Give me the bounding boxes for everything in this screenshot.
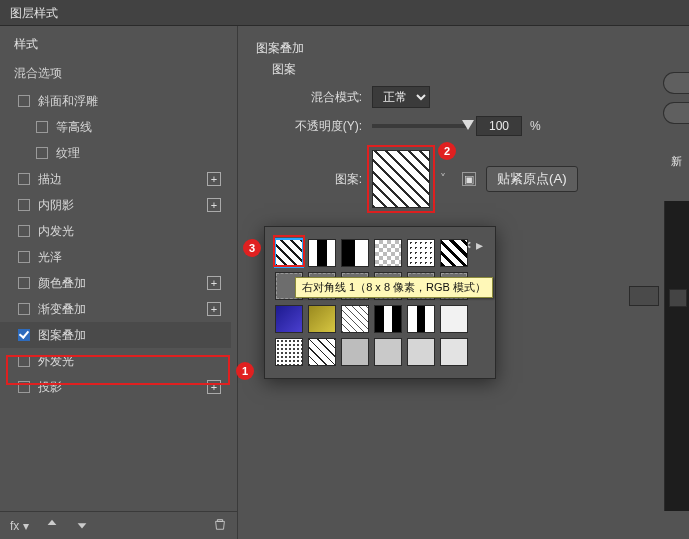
pattern-swatch[interactable]	[374, 338, 402, 366]
slider-thumb-icon[interactable]	[462, 120, 474, 130]
blend-options-link[interactable]: 混合选项	[0, 59, 237, 88]
style-checkbox[interactable]	[18, 303, 30, 315]
sidebar-item[interactable]: 斜面和浮雕	[0, 88, 231, 114]
sidebar-footer: fx ▾	[0, 511, 237, 539]
style-checkbox[interactable]	[18, 95, 30, 107]
pattern-swatch[interactable]	[308, 239, 336, 267]
sidebar-item[interactable]: 渐变叠加+	[0, 296, 231, 322]
scale-handle[interactable]	[629, 286, 659, 306]
swatch-fill-icon	[276, 339, 302, 365]
new-style-button[interactable]: 新	[663, 154, 689, 174]
swatch-fill-icon	[342, 339, 368, 365]
pattern-swatch[interactable]	[275, 305, 303, 333]
pattern-preview[interactable]	[372, 150, 430, 208]
sidebar-item-label: 光泽	[38, 249, 62, 266]
style-checkbox[interactable]	[18, 251, 30, 263]
style-checkbox[interactable]	[18, 225, 30, 237]
badge-3: 3	[243, 239, 261, 257]
sidebar-item[interactable]: 图案叠加	[0, 322, 231, 348]
add-effect-icon[interactable]: +	[207, 380, 221, 394]
sidebar-item[interactable]: 颜色叠加+	[0, 270, 231, 296]
swatch-fill-icon	[408, 339, 434, 365]
opacity-slider[interactable]	[372, 124, 468, 128]
sidebar-item[interactable]: 纹理	[0, 140, 231, 166]
style-checkbox[interactable]	[18, 355, 30, 367]
pattern-swatch[interactable]	[407, 305, 435, 333]
sidebar-list: 斜面和浮雕等高线纹理描边+内阴影+内发光光泽颜色叠加+渐变叠加+图案叠加外发光投…	[0, 88, 237, 511]
pattern-swatch[interactable]	[440, 338, 468, 366]
swatch-fill-icon	[375, 306, 401, 332]
swatch-fill-icon	[309, 306, 335, 332]
main-panel: 图案叠加 图案 混合模式: 正常 不透明度(Y): 100 % 图案: 2 ˅	[238, 26, 689, 539]
pattern-swatch[interactable]	[275, 338, 303, 366]
add-effect-icon[interactable]: +	[207, 276, 221, 290]
window-title: 图层样式	[10, 6, 58, 20]
sidebar-item[interactable]: 投影+	[0, 374, 231, 400]
pattern-swatch[interactable]	[407, 338, 435, 366]
style-checkbox[interactable]	[18, 329, 30, 341]
sidebar-item-label: 描边	[38, 171, 62, 188]
pattern-swatch[interactable]	[407, 239, 435, 267]
badge-2: 2	[438, 142, 456, 160]
pattern-swatch[interactable]	[341, 239, 369, 267]
hatch-icon	[373, 151, 429, 207]
pattern-swatch[interactable]	[308, 305, 336, 333]
style-checkbox[interactable]	[36, 147, 48, 159]
swatch-fill-icon	[309, 240, 335, 266]
trash-icon[interactable]	[213, 517, 227, 534]
sidebar-item[interactable]: 光泽	[0, 244, 231, 270]
sidebar-item[interactable]: 内发光	[0, 218, 231, 244]
add-effect-icon[interactable]: +	[207, 302, 221, 316]
percent-label: %	[530, 119, 541, 133]
pattern-swatch[interactable]	[440, 305, 468, 333]
add-effect-icon[interactable]: +	[207, 198, 221, 212]
pattern-swatch[interactable]	[341, 338, 369, 366]
panel-subsection: 图案	[272, 61, 679, 78]
pattern-swatch[interactable]	[374, 305, 402, 333]
pattern-swatch[interactable]	[440, 239, 468, 267]
panel-title: 图案叠加	[256, 40, 679, 57]
pattern-swatch[interactable]	[374, 239, 402, 267]
arrow-up-icon[interactable]	[45, 517, 59, 534]
style-checkbox[interactable]	[18, 381, 30, 393]
right-button-stack: 新	[663, 72, 689, 174]
sidebar-item[interactable]: 外发光	[0, 348, 231, 374]
sidebar-item[interactable]: 内阴影+	[0, 192, 231, 218]
right-dark-button[interactable]	[669, 289, 687, 307]
sidebar-item-label: 外发光	[38, 353, 74, 370]
window-titlebar: 图层样式	[0, 0, 689, 26]
snap-origin-button[interactable]: 贴紧原点(A)	[486, 166, 578, 192]
opacity-label: 不透明度(Y):	[290, 118, 362, 135]
sidebar-item-label: 颜色叠加	[38, 275, 86, 292]
style-checkbox[interactable]	[18, 173, 30, 185]
pattern-picker: ✲ ▸ 3 右对角线 1（8 x 8 像素，RGB 模式）	[264, 226, 496, 379]
sidebar-item-label: 内发光	[38, 223, 74, 240]
fx-menu[interactable]: fx ▾	[10, 519, 29, 533]
badge-1: 1	[236, 362, 254, 380]
sidebar-item[interactable]: 等高线	[0, 114, 231, 140]
style-checkbox[interactable]	[18, 277, 30, 289]
swatch-fill-icon	[441, 306, 467, 332]
blend-mode-select[interactable]: 正常	[372, 86, 430, 108]
swatch-fill-icon	[375, 339, 401, 365]
arrow-down-icon[interactable]	[75, 517, 89, 534]
pattern-swatch[interactable]	[308, 338, 336, 366]
opacity-value[interactable]: 100	[476, 116, 522, 136]
swatch-fill-icon	[375, 240, 401, 266]
sidebar-item[interactable]: 描边+	[0, 166, 231, 192]
right-button-1[interactable]	[663, 72, 689, 94]
sidebar-item-label: 内阴影	[38, 197, 74, 214]
pattern-dropdown-icon[interactable]: ˅	[440, 172, 452, 186]
add-effect-icon[interactable]: +	[207, 172, 221, 186]
pattern-swatch[interactable]	[341, 305, 369, 333]
right-button-2[interactable]	[663, 102, 689, 124]
sidebar-item-label: 投影	[38, 379, 62, 396]
style-checkbox[interactable]	[18, 199, 30, 211]
styles-sidebar: 样式 混合选项 斜面和浮雕等高线纹理描边+内阴影+内发光光泽颜色叠加+渐变叠加+…	[0, 26, 238, 539]
right-dark-panel	[664, 201, 689, 511]
pattern-tooltip: 右对角线 1（8 x 8 像素，RGB 模式）	[295, 277, 493, 298]
pattern-swatch[interactable]	[275, 239, 303, 267]
blend-mode-label: 混合模式:	[290, 89, 362, 106]
create-pattern-icon[interactable]: ▣	[462, 172, 476, 186]
style-checkbox[interactable]	[36, 121, 48, 133]
